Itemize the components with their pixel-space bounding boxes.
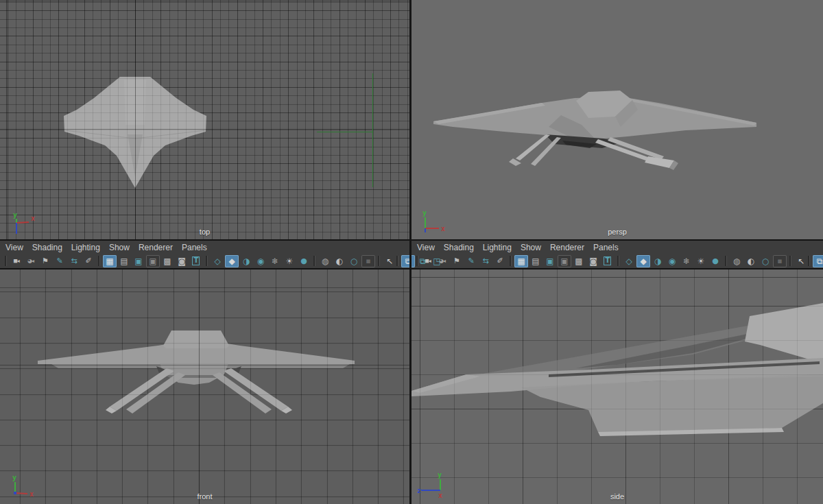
menu-shading[interactable]: Shading — [444, 243, 474, 252]
use-all-lights-icon[interactable]: ◉ — [254, 255, 267, 267]
screen-space-ao-icon[interactable]: ☀ — [283, 255, 296, 267]
model-top-view[interactable] — [0, 0, 409, 239]
toolbar-separator — [808, 256, 809, 266]
menu-view[interactable]: View — [417, 243, 435, 252]
axis-x-label: x — [31, 215, 35, 222]
safe-action-icon[interactable]: ◙ — [586, 255, 600, 267]
menu-view[interactable]: View — [5, 243, 23, 252]
isolate-select-icon[interactable]: ○ — [759, 255, 772, 267]
depth-of-field-icon[interactable]: ◐ — [333, 255, 346, 267]
lock-camera-icon-glyph: ◕◂ — [439, 259, 445, 264]
image-plane-icon[interactable]: ✎ — [53, 255, 67, 267]
safe-title-icon[interactable]: T — [189, 255, 203, 267]
grease-pencil-icon[interactable]: ✐ — [82, 255, 95, 267]
viewport-top[interactable]: y x top — [0, 0, 409, 239]
motion-blur-icon[interactable]: ● — [297, 255, 311, 267]
toolbar-separator — [378, 256, 379, 266]
toolbar-separator — [617, 256, 619, 266]
menu-lighting[interactable]: Lighting — [483, 243, 512, 252]
smooth-shade-icon[interactable]: ◆ — [636, 255, 650, 267]
isolate-select-icon-glyph: ○ — [350, 257, 357, 265]
menu-renderer[interactable]: Renderer — [550, 243, 584, 252]
gate-mask-icon[interactable]: ▣ — [146, 255, 160, 267]
depth-of-field-icon[interactable]: ◐ — [744, 255, 758, 267]
two-d-pan-zoom-icon[interactable]: ⇆ — [67, 255, 81, 267]
grease-pencil-icon[interactable]: ✐ — [493, 255, 507, 267]
axis-triad-top: y x — [4, 208, 37, 235]
shadows-icon[interactable]: ❄ — [268, 255, 282, 267]
menu-renderer[interactable]: Renderer — [139, 243, 173, 252]
textured-icon[interactable]: ◑ — [651, 255, 665, 267]
select-camera-icon[interactable]: ◼◂ — [10, 255, 23, 267]
toolbar-separator — [725, 256, 726, 266]
model-front-view[interactable] — [0, 269, 409, 504]
textured-icon[interactable]: ◑ — [239, 255, 253, 267]
two-d-pan-zoom-icon[interactable]: ⇆ — [479, 255, 492, 267]
menu-panels[interactable]: Panels — [593, 243, 619, 252]
toolbar-separator — [5, 256, 6, 266]
use-all-lights-icon[interactable]: ◉ — [665, 255, 679, 267]
safe-title-icon[interactable]: T — [601, 255, 615, 267]
toolbar-separator — [98, 256, 99, 266]
lock-camera-icon[interactable]: ◕◂ — [24, 255, 38, 267]
viewport-divider[interactable] — [409, 0, 412, 504]
viewport-front[interactable]: y x front — [0, 269, 409, 504]
exposure-icon[interactable]: ▪ — [361, 255, 375, 267]
viewport-persp[interactable]: y x persp — [412, 0, 823, 239]
toolbar-separator — [510, 256, 511, 266]
multisample-aa-icon-glyph: ◍ — [322, 257, 328, 265]
menu-show[interactable]: Show — [109, 243, 130, 252]
gate-mask-icon[interactable]: ▣ — [558, 255, 571, 267]
image-plane-icon[interactable]: ✎ — [464, 255, 478, 267]
multisample-aa-icon[interactable]: ◍ — [318, 255, 332, 267]
wireframe-icon[interactable]: ◇ — [211, 255, 224, 267]
viewport-side[interactable]: y z x side — [412, 269, 823, 504]
use-all-lights-icon-glyph: ◉ — [669, 257, 675, 265]
select-camera-icon[interactable]: ◼◂ — [421, 255, 435, 267]
film-gate-icon[interactable]: ▤ — [117, 255, 131, 267]
wireframe-icon[interactable]: ◇ — [622, 255, 636, 267]
camera-bookmark-icon[interactable]: ⚑ — [450, 255, 464, 267]
image-plane-icon-glyph: ✎ — [56, 257, 62, 265]
safe-action-icon-glyph: ◙ — [589, 257, 597, 265]
selection-highlight-icon[interactable]: ↖ — [794, 255, 808, 267]
lock-camera-icon[interactable]: ◕◂ — [436, 255, 449, 267]
viewport-label-front: front — [197, 492, 212, 501]
resolution-gate-icon[interactable]: ▣ — [543, 255, 557, 267]
model-side-view[interactable] — [412, 269, 823, 504]
construction-line-horizontal[interactable] — [317, 132, 373, 132]
film-gate-icon[interactable]: ▤ — [529, 255, 542, 267]
selection-highlight-icon[interactable]: ↖ — [383, 255, 396, 267]
camera-bookmark-icon[interactable]: ⚑ — [38, 255, 52, 267]
layout-single-pane-icon[interactable]: ⧉ — [813, 255, 823, 267]
panel-menu-bar: ViewShadingLightingShowRendererPanels — [0, 241, 409, 254]
safe-action-icon[interactable]: ◙ — [175, 255, 189, 267]
toolbar-separator — [206, 256, 207, 266]
exposure-icon[interactable]: ▪ — [773, 255, 787, 267]
shadows-icon-glyph: ❄ — [683, 257, 689, 265]
motion-blur-icon[interactable]: ● — [708, 255, 722, 267]
menu-panels[interactable]: Panels — [182, 243, 207, 252]
shadows-icon[interactable]: ❄ — [680, 255, 693, 267]
model-persp-view[interactable] — [412, 0, 823, 239]
isolate-select-icon[interactable]: ○ — [347, 255, 361, 267]
smooth-shade-icon[interactable]: ◆ — [225, 255, 239, 267]
resolution-gate-icon[interactable]: ▣ — [132, 255, 145, 267]
lock-camera-icon-glyph: ◕◂ — [27, 259, 34, 264]
grid-icon-glyph: ▦ — [517, 257, 524, 265]
wireframe-icon-glyph: ◇ — [625, 257, 631, 265]
grid-icon[interactable]: ▦ — [514, 255, 528, 267]
menu-lighting[interactable]: Lighting — [71, 243, 100, 252]
gate-mask-icon-glyph: ▣ — [560, 257, 567, 265]
panel-toolbar-left: ViewShadingLightingShowRendererPanels ◼◂… — [0, 241, 409, 268]
field-chart-icon[interactable]: ▩ — [160, 255, 174, 267]
field-chart-icon[interactable]: ▩ — [572, 255, 586, 267]
screen-space-ao-icon[interactable]: ☀ — [694, 255, 708, 267]
axis-x-label: x — [441, 225, 445, 232]
multisample-aa-icon[interactable]: ◍ — [730, 255, 743, 267]
toolbar-separator — [789, 256, 791, 266]
menu-shading[interactable]: Shading — [32, 243, 62, 252]
menu-show[interactable]: Show — [521, 243, 541, 252]
construction-line-vertical[interactable] — [372, 73, 373, 187]
grid-icon[interactable]: ▦ — [103, 255, 117, 267]
